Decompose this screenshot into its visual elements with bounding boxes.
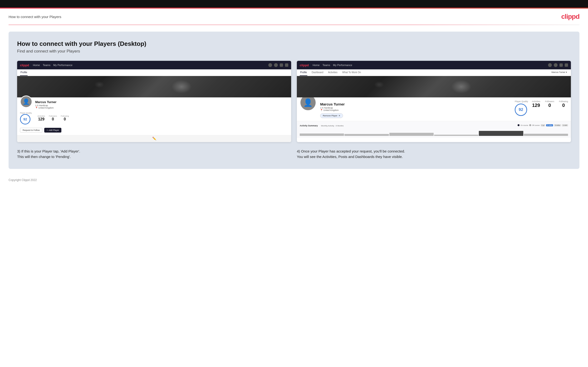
settings-icon-1[interactable] bbox=[280, 63, 283, 67]
app-navbar-2: clippd Home Teams My Performance bbox=[297, 61, 571, 69]
quality-label-1: Player Quality bbox=[20, 112, 32, 114]
search-icon-2[interactable] bbox=[548, 63, 552, 67]
content-subheading: Find and connect with your Players bbox=[17, 49, 571, 54]
step4-text: 4) Once your Player has accepted your re… bbox=[297, 149, 571, 159]
screenshot-card-2: clippd Home Teams My Performance Profile… bbox=[297, 61, 571, 142]
player-name-1: Marcus Turner bbox=[35, 100, 288, 104]
description-step4: 4) Once your Player has accepted your re… bbox=[297, 149, 571, 159]
quality-circle-2: 92 bbox=[515, 104, 527, 116]
page-title: How to connect with your Players bbox=[9, 15, 61, 19]
player-name-2: Marcus Turner bbox=[320, 102, 511, 106]
nav-performance-1[interactable]: My Performance bbox=[53, 64, 73, 67]
player-handicap-1: 1-5 Handicap bbox=[35, 104, 288, 107]
flag-icon-1[interactable] bbox=[285, 63, 288, 67]
main-content: How to connect with your Players (Deskto… bbox=[9, 32, 579, 169]
screenshot-card-1: clippd Home Teams My Performance Profile bbox=[17, 61, 291, 142]
activity-title: Activity Summary bbox=[300, 125, 318, 127]
flag-icon-2[interactable] bbox=[565, 63, 568, 67]
page-header: How to connect with your Players clippd bbox=[0, 8, 588, 25]
edit-icon: ✏️ bbox=[152, 137, 156, 140]
player-location-1: 📍 United Kingdom bbox=[35, 107, 288, 109]
player-info-2: Marcus Turner 1-5 Handicap 📍 United King… bbox=[320, 100, 511, 118]
stat-followers-1: Followers 0 bbox=[49, 115, 57, 121]
filter-1mth[interactable]: 1 mth bbox=[562, 124, 568, 126]
filter-1yr[interactable]: 1 yr bbox=[541, 124, 545, 126]
close-icon: ✕ bbox=[338, 115, 340, 117]
nav-teams-1[interactable]: Teams bbox=[43, 64, 51, 67]
player-handicap-2: 1-5 Handicap bbox=[320, 107, 511, 109]
app-nav-items-1: Home Teams My Performance bbox=[33, 64, 265, 67]
tab-profile-2[interactable]: Profile bbox=[300, 69, 307, 76]
stat-following-2: Following 0 bbox=[559, 100, 568, 108]
app-tab-bar-1: Profile bbox=[17, 69, 291, 76]
description-step3: 3) If this is your Player tap, 'Add Play… bbox=[17, 149, 291, 159]
copyright-text: Copyright Clippd 2022 bbox=[9, 178, 37, 182]
remove-player-button[interactable]: Remove Player ✕ bbox=[320, 113, 343, 118]
stats-row-1: Player Quality 92 Activities 129 Followe… bbox=[17, 112, 291, 126]
app-logo-1: clippd bbox=[20, 63, 29, 67]
screenshots-row: clippd Home Teams My Performance Profile bbox=[17, 61, 571, 142]
add-player-button[interactable]: + Add Player bbox=[44, 128, 61, 133]
player-profile-1: 👤 Marcus Turner 1-5 Handicap 📍 United Ki… bbox=[17, 97, 291, 112]
nav-performance-2[interactable]: My Performance bbox=[333, 64, 352, 67]
content-heading: How to connect with your Players (Deskto… bbox=[17, 40, 571, 48]
user-icon-1[interactable] bbox=[274, 63, 278, 67]
quality-label-2: Player Quality bbox=[515, 100, 528, 103]
stat-following-1: Following 0 bbox=[61, 115, 69, 121]
description-section: 3) If this is your Player tap, 'Add Play… bbox=[17, 149, 571, 159]
clippd-logo: clippd bbox=[561, 13, 579, 20]
tab-profile-1[interactable]: Profile bbox=[20, 69, 28, 76]
nav-home-2[interactable]: Home bbox=[312, 64, 320, 67]
app-nav-icons-2 bbox=[548, 63, 568, 67]
activity-summary: Activity Summary Monthly Activity - 6 Mo… bbox=[297, 121, 571, 138]
tab-activities-2[interactable]: Activities bbox=[328, 69, 338, 76]
action-buttons-1: Request to Follow + Add Player bbox=[17, 126, 291, 135]
avatar-1: 👤 bbox=[20, 95, 32, 108]
header-divider bbox=[9, 25, 579, 25]
app-nav-items-2: Home Teams My Performance bbox=[312, 64, 544, 67]
app-nav-icons-1 bbox=[268, 63, 288, 67]
tab-dashboard-2[interactable]: Dashboard bbox=[311, 69, 324, 76]
activity-chart bbox=[300, 129, 568, 136]
player-location-2: 📍 United Kingdom bbox=[320, 109, 511, 111]
app-navbar-1: clippd Home Teams My Performance bbox=[17, 61, 291, 69]
filter-6mths[interactable]: 6 mths bbox=[546, 124, 553, 126]
player-profile-2: 👤 Marcus Turner 1-5 Handicap 📍 United Ki… bbox=[297, 97, 571, 121]
search-icon-1[interactable] bbox=[268, 63, 272, 67]
app-logo-2: clippd bbox=[300, 63, 309, 67]
user-dropdown-2[interactable]: Marcus Turner ▾ bbox=[550, 69, 568, 76]
stat-activities-2: Activities 129 bbox=[532, 100, 540, 108]
activity-header: Activity Summary Monthly Activity - 6 Mo… bbox=[300, 123, 568, 127]
app-tab-bar-2: Profile Dashboard Activities What To Wor… bbox=[297, 69, 571, 76]
quality-circle-1: 92 bbox=[20, 114, 30, 125]
activity-subtitle: Monthly Activity - 6 Months bbox=[321, 125, 344, 127]
add-icon: + bbox=[47, 129, 48, 131]
player-info-1: Marcus Turner 1-5 Handicap 📍 United King… bbox=[35, 100, 288, 109]
off-course-label: Off course bbox=[532, 125, 540, 126]
filter-3mths[interactable]: 3 mths bbox=[554, 124, 561, 126]
stat-activities-1: Activities 129 bbox=[38, 115, 45, 121]
copyright: Copyright Clippd 2022 bbox=[0, 175, 588, 184]
activity-filters: On course Off course 1 yr 6 mths 3 mths … bbox=[518, 124, 568, 126]
edit-icon-area: ✏️ bbox=[17, 135, 291, 142]
settings-icon-2[interactable] bbox=[560, 63, 563, 67]
nav-home-1[interactable]: Home bbox=[33, 64, 40, 67]
nav-teams-2[interactable]: Teams bbox=[322, 64, 330, 67]
stat-followers-2: Followers 0 bbox=[545, 100, 554, 108]
step3-text: 3) If this is your Player tap, 'Add Play… bbox=[17, 149, 291, 159]
off-course-dot bbox=[529, 124, 531, 126]
on-course-label: On course bbox=[520, 125, 528, 126]
request-follow-button[interactable]: Request to Follow bbox=[20, 128, 42, 133]
top-bar bbox=[0, 0, 588, 8]
golf-banner-1 bbox=[17, 76, 291, 97]
on-course-dot bbox=[518, 124, 519, 126]
avatar-icon-2: 👤 bbox=[303, 98, 313, 107]
avatar-icon-1: 👤 bbox=[23, 98, 30, 105]
user-icon-2[interactable] bbox=[554, 63, 558, 67]
golf-banner-2 bbox=[297, 76, 571, 97]
tab-what-to-work-on-2[interactable]: What To Work On bbox=[342, 69, 362, 76]
